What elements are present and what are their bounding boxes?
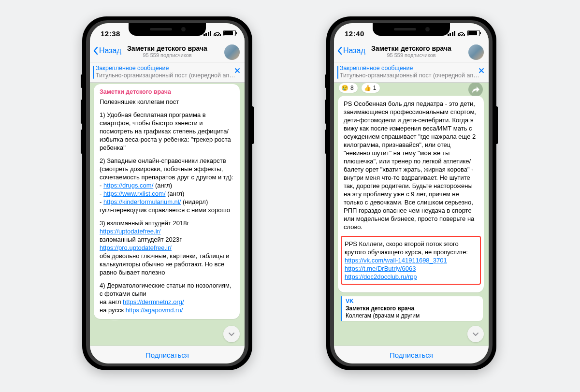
status-indicators xyxy=(203,30,236,36)
subscribe-label: Подписаться xyxy=(145,351,189,359)
link-doc2doc[interactable]: https://doc2docclub.ru/rpp xyxy=(345,273,417,280)
wifi-icon xyxy=(214,30,221,36)
subscribe-label: Подписаться xyxy=(390,351,433,359)
message-bubble[interactable]: PS Особенная боль для педиатра - это дет… xyxy=(338,96,484,292)
phone-power-button xyxy=(495,106,498,144)
status-indicators xyxy=(448,30,480,36)
reaction-count: 1 xyxy=(373,85,377,91)
share-button[interactable] xyxy=(468,82,483,97)
link-dermnet[interactable]: https://dermnetnz.org/ xyxy=(123,298,184,305)
msg-section-3: 3) взломанный аптудейт 2018г https://upt… xyxy=(100,219,234,276)
wifi-icon xyxy=(458,30,465,36)
preview-title: Заметки детского врача xyxy=(346,305,483,312)
text: (англ) xyxy=(166,190,185,197)
close-icon[interactable] xyxy=(478,67,485,74)
text: гугл-переводчик справляется с ними хорош… xyxy=(100,206,230,214)
preview-description: Коллегам (врачам и другим xyxy=(346,312,483,319)
text: 2) Западные онлайн-справочники лекарств … xyxy=(100,157,233,181)
text: - xyxy=(100,182,103,189)
pinned-label: Закреплённое сообщение xyxy=(96,65,240,72)
text: (нидерл) xyxy=(181,198,208,205)
link-uptodate-2023[interactable]: https://pro.uptodatefree.ir/ xyxy=(100,244,172,251)
back-label: Назад xyxy=(99,46,121,55)
link-kinderformularium[interactable]: https://kinderformularium.nl/ xyxy=(103,198,181,205)
text: - xyxy=(100,190,103,197)
canvas: 12:38 Назад Заметки детского врача 95 55… xyxy=(0,0,580,392)
status-time: 12:38 xyxy=(101,29,120,38)
status-time: 12:40 xyxy=(345,29,364,38)
chat-area[interactable]: 😢 8 👍 1 PS Особенная боль для педиатра -… xyxy=(334,79,489,346)
close-icon[interactable] xyxy=(234,67,241,74)
screen: 12:40 Назад Заметки детского врача 95 55… xyxy=(334,23,489,363)
pinned-message[interactable]: Закреплённое сообщение Титульно-организа… xyxy=(334,62,489,83)
link-telegram-course[interactable]: https://t.me/DrButriy/6063 xyxy=(345,265,416,272)
pinned-message[interactable]: Закреплённое сообщение Титульно-организа… xyxy=(90,62,245,83)
msg-ps: PS Особенная боль для педиатра - это дет… xyxy=(344,100,478,231)
msg-intro: Полезняшек коллегам пост xyxy=(100,98,234,106)
pinned-preview: Титульно-организационный пост (очередной… xyxy=(340,72,484,79)
text: на русск xyxy=(100,306,126,314)
text: взломанный аптудейт 2023г xyxy=(100,236,182,243)
phone-volume-up xyxy=(325,100,327,124)
pinned-indicator-bar xyxy=(93,66,94,79)
text: 4) Дерматологические статьи по нозология… xyxy=(100,282,232,297)
chat-header: Назад Заметки детского врача 95 559 подп… xyxy=(90,43,245,62)
text: на англ xyxy=(100,298,123,305)
chevron-left-icon xyxy=(337,46,342,55)
share-icon xyxy=(472,86,480,93)
msg-pps-lead: PPS Коллеги, скоро второй поток этого кр… xyxy=(345,240,468,256)
pinned-preview: Титульно-организационный пост (очередной… xyxy=(96,72,240,79)
chevron-left-icon xyxy=(93,46,98,55)
chat-header: Назад Заметки детского врача 95 559 подп… xyxy=(334,43,489,62)
pinned-label: Закреплённое сообщение xyxy=(340,65,484,72)
phone-mute-switch xyxy=(325,74,327,88)
phone-volume-down xyxy=(325,130,327,154)
preview-site: VK xyxy=(346,298,483,305)
reaction-sad[interactable]: 😢 8 xyxy=(339,83,358,93)
reaction-count: 8 xyxy=(350,85,354,91)
chevron-down-icon xyxy=(472,330,479,338)
link-rxlist[interactable]: https://www.rxlist.com/ xyxy=(103,190,166,197)
back-button[interactable]: Назад xyxy=(337,46,365,55)
highlighted-section: PPS Коллеги, скоро второй поток этого кр… xyxy=(341,236,481,285)
phone-volume-down xyxy=(81,130,83,154)
scroll-to-bottom-button[interactable] xyxy=(223,326,240,342)
link-drugs[interactable]: https://drugs.com/ xyxy=(103,182,153,189)
battery-icon xyxy=(223,30,236,36)
text: 3) взломанный аптудейт 2018г xyxy=(100,219,189,227)
link-vk-course[interactable]: https://vk.com/wall-141911698_3701 xyxy=(345,257,447,264)
back-button[interactable]: Назад xyxy=(93,46,121,55)
phone-left: 12:38 Назад Заметки детского врача 95 55… xyxy=(82,16,252,370)
chevron-down-icon xyxy=(228,330,235,338)
back-label: Назад xyxy=(343,46,365,55)
scroll-to-bottom-button[interactable] xyxy=(467,326,484,342)
message-bubble[interactable]: Заметки детского врача Полезняшек коллег… xyxy=(94,84,240,319)
msg-section-2: 2) Западные онлайн-справочники лекарств … xyxy=(100,157,234,214)
phone-volume-up xyxy=(81,100,83,124)
battery-icon xyxy=(467,30,480,36)
text: оба довольно глючные, картинки, таблицы … xyxy=(100,252,230,276)
phone-power-button xyxy=(251,106,254,144)
phone-mute-switch xyxy=(81,74,83,88)
emoji-sad-icon: 😢 xyxy=(341,85,348,91)
chat-area[interactable]: Заметки детского врача Полезняшек коллег… xyxy=(90,79,245,346)
message-author: Заметки детского врача xyxy=(100,88,234,96)
link-uptodate-2018[interactable]: https://uptodatefree.ir/ xyxy=(100,228,160,235)
link-preview[interactable]: VK Заметки детского врача Коллегам (врач… xyxy=(341,296,483,321)
reaction-like[interactable]: 👍 1 xyxy=(362,83,380,93)
subscribe-button[interactable]: Подписаться xyxy=(90,346,245,363)
text: (англ) xyxy=(153,182,172,189)
screen: 12:38 Назад Заметки детского врача 95 55… xyxy=(90,23,245,363)
notch xyxy=(373,23,450,36)
text: - xyxy=(100,198,103,205)
channel-avatar[interactable] xyxy=(224,44,240,60)
pinned-indicator-bar xyxy=(337,66,338,79)
emoji-like-icon: 👍 xyxy=(364,85,371,91)
link-agapov[interactable]: https://agapovmd.ru/ xyxy=(126,306,183,314)
channel-avatar[interactable] xyxy=(468,44,484,60)
msg-section-4: 4) Дерматологические статьи по нозология… xyxy=(100,281,234,314)
phone-right: 12:40 Назад Заметки детского врача 95 55… xyxy=(326,16,496,370)
msg-section-1: 1) Удобная бесплатная программа в смартф… xyxy=(100,111,234,152)
subscribe-button[interactable]: Подписаться xyxy=(334,346,489,363)
notch xyxy=(129,23,206,36)
